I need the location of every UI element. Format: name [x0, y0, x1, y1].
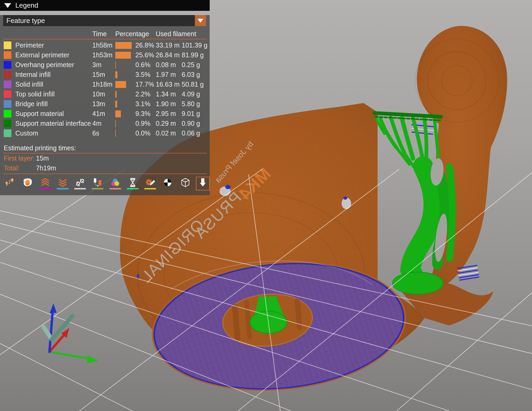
collapse-triangle-icon[interactable] — [4, 3, 11, 8]
color-changes-icon — [110, 178, 121, 187]
feature-time: 15m — [92, 71, 115, 78]
percentage-bar — [115, 91, 117, 98]
feature-row[interactable]: Bridge infill 13m 3.1% 1.90 m 5.80 g — [0, 99, 210, 109]
view-type-dropdown[interactable]: Feature type — [3, 15, 206, 26]
pause-prints-toggle[interactable] — [126, 177, 140, 190]
percentage-bar — [115, 130, 116, 137]
shells-toggle[interactable] — [178, 177, 192, 190]
center-of-mass-icon — [162, 178, 173, 187]
feature-filament-weight: 101.39 g — [182, 41, 210, 49]
table-header: Time Percentage Used filament — [0, 29, 210, 38]
legend-titlebar[interactable]: Legend — [0, 0, 210, 11]
wipe-moves-toggle[interactable] — [21, 177, 34, 190]
feature-time: 6s — [92, 129, 115, 137]
feature-color-swatch — [4, 110, 11, 118]
feature-name: Overhang perimeter — [15, 61, 92, 69]
feature-row[interactable]: Perimeter 1h58m 26.8% 33.19 m 101.39 g — [0, 40, 210, 50]
feature-name: Top solid infill — [15, 90, 92, 98]
color-changes-toggle[interactable] — [108, 177, 122, 190]
feature-time: 1h53m — [92, 51, 115, 59]
feature-time: 3m — [92, 61, 115, 69]
total-time-row: Total: 7h19m — [0, 163, 210, 173]
tool-changes-toggle[interactable] — [91, 177, 104, 190]
axis-z-arrow — [49, 312, 53, 352]
feature-percentage: 25.6% — [135, 51, 156, 59]
feature-row[interactable]: Overhang perimeter 3m 0.6% 0.08 m 0.25 g — [0, 60, 210, 70]
axis-y-arrow — [49, 352, 89, 359]
feature-filament-length: 1.34 m — [156, 90, 182, 98]
feature-filament-length: 0.02 m — [156, 129, 182, 137]
percentage-bar — [115, 120, 116, 127]
feature-filament-weight: 6.03 g — [182, 71, 210, 78]
percentage-bar — [115, 101, 117, 108]
center-of-mass-toggle[interactable] — [161, 177, 175, 190]
feature-time: 41m — [92, 110, 115, 118]
feature-filament-weight: 81.99 g — [182, 51, 210, 59]
feature-color-swatch — [4, 81, 11, 88]
feature-name: Support material interface — [15, 120, 92, 127]
feature-row[interactable]: Support material interface 4m 0.9% 0.29 … — [0, 119, 210, 128]
feature-time: 10m — [92, 90, 115, 98]
percentage-bar — [115, 71, 117, 78]
feature-rows: Perimeter 1h58m 26.8% 33.19 m 101.39 g E… — [0, 40, 210, 138]
feature-color-swatch — [4, 90, 11, 98]
legend-panel: Legend Feature type Time Percentage Used… — [0, 0, 210, 195]
feature-name: Bridge infill — [15, 100, 92, 108]
feature-color-swatch — [4, 61, 11, 69]
tool-changes-icon — [92, 178, 103, 187]
feature-name: Custom — [15, 129, 92, 137]
feature-row[interactable]: External perimeter 1h53m 25.6% 26.84 m 8… — [0, 50, 210, 60]
feature-filament-weight: 0.06 g — [182, 129, 210, 137]
feature-color-swatch — [4, 100, 11, 108]
feature-name: Solid infill — [15, 81, 92, 88]
feature-row[interactable]: Solid infill 1h18m 17.7% 16.63 m 50.81 g — [0, 80, 210, 89]
feature-filament-length: 1.90 m — [156, 100, 182, 108]
feature-time: 1h58m — [92, 41, 115, 49]
feature-percentage: 26.8% — [135, 41, 156, 49]
dropdown-button[interactable] — [195, 15, 206, 26]
feature-filament-length: 16.63 m — [156, 81, 182, 88]
travel-paths-toggle[interactable] — [3, 177, 17, 190]
feature-filament-weight: 0.25 g — [182, 61, 210, 69]
seams-toggle[interactable] — [73, 177, 87, 190]
percentage-bar — [115, 62, 116, 68]
feature-color-swatch — [4, 41, 11, 49]
retractions-toggle[interactable] — [38, 177, 52, 190]
model-knob-neck — [417, 26, 507, 291]
feature-row[interactable]: Top solid infill 10m 2.2% 1.34 m 4.09 g — [0, 89, 210, 99]
feature-filament-weight: 9.01 g — [182, 110, 210, 118]
feature-percentage: 0.0% — [135, 129, 156, 137]
deretractions-toggle[interactable] — [56, 177, 70, 190]
view-type-value[interactable]: Feature type — [3, 15, 195, 26]
feature-row[interactable]: Custom 6s 0.0% 0.02 m 0.06 g — [0, 128, 210, 138]
percentage-bar — [115, 42, 132, 49]
feature-name: External perimeter — [15, 51, 92, 59]
tool-marker-toggle[interactable] — [196, 177, 210, 190]
feature-row[interactable]: Internal infill 15m 3.5% 1.97 m 6.03 g — [0, 70, 210, 80]
feature-percentage: 2.2% — [135, 90, 156, 98]
estimated-times-section: Estimated printing times: First layer: 1… — [0, 143, 210, 174]
feature-time: 1h18m — [92, 81, 115, 88]
feature-row[interactable]: Support material 41m 9.3% 2.95 m 9.01 g — [0, 109, 210, 119]
deretractions-icon — [57, 178, 68, 187]
legend-title: Legend — [15, 1, 38, 10]
total-label: Total: — [4, 164, 36, 172]
feature-percentage: 3.5% — [135, 71, 156, 78]
feature-color-swatch — [4, 51, 11, 59]
shells-icon — [180, 178, 191, 187]
retractions-icon — [40, 178, 51, 187]
header-separator — [3, 39, 207, 39]
feature-time: 13m — [92, 100, 115, 108]
feature-time: 4m — [92, 120, 115, 127]
feature-filament-length: 0.08 m — [156, 61, 182, 69]
feature-color-swatch — [4, 71, 11, 78]
feature-name: Support material — [15, 110, 92, 118]
feature-filament-length: 2.95 m — [156, 110, 182, 118]
feature-percentage: 0.6% — [135, 61, 156, 69]
feature-name: Internal infill — [15, 71, 92, 78]
custom-gcodes-toggle[interactable] — [143, 177, 157, 190]
wipe-icon — [22, 178, 33, 187]
feature-filament-length: 0.29 m — [156, 120, 182, 127]
percentage-bar — [115, 52, 131, 59]
feature-filament-length: 26.84 m — [156, 51, 182, 59]
